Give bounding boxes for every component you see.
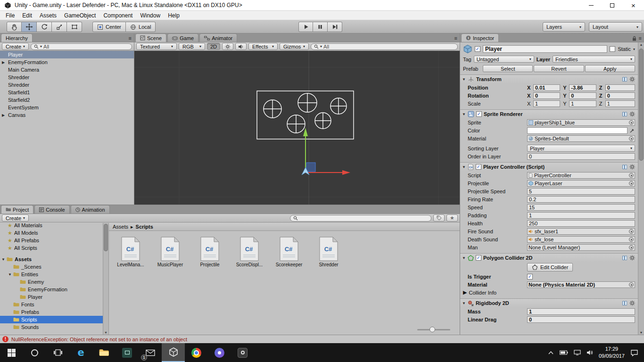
prefab-apply-button[interactable]: Apply [585,65,635,72]
hierarchy-create-button[interactable]: Create▾ [2,43,29,50]
tree-folder-scripts[interactable]: Scripts [0,316,103,323]
pivot-center-toggle[interactable]: Center [92,22,126,32]
purple-app-button[interactable] [208,343,231,362]
pause-button[interactable] [313,22,328,32]
tab-game[interactable]: Game [167,33,198,42]
sprite-renderer-header[interactable]: ▼ ✓ Sprite Renderer [460,109,638,118]
active-checkbox[interactable]: ✓ [475,46,480,52]
eyedropper-icon[interactable] [629,128,635,133]
favorite-all-materials[interactable]: ★All Materials [0,223,103,229]
favorite-all-scripts[interactable]: ★All Scripts [0,244,103,252]
edit-collider-button[interactable]: Edit Collider [527,263,573,272]
gear-icon[interactable] [629,111,635,117]
file-musicplayer[interactable]: C# MusicPlayer [156,237,184,267]
position-x-field[interactable]: 0.01 [533,84,560,91]
object-picker-icon[interactable] [629,181,634,186]
file-levelmanager[interactable]: C# LevelMana... [116,237,145,267]
gear-icon[interactable] [629,300,635,306]
gear-icon[interactable] [629,164,635,170]
taskbar-clock[interactable]: 17:29 09/09/2017 [599,346,625,360]
task-view-button[interactable] [46,343,69,362]
foldout-icon[interactable]: ▶ [2,113,5,117]
layer-dropdown[interactable]: Friendlies▾ [553,56,635,63]
scene-viewport[interactable] [134,51,460,205]
scene-lighting-toggle[interactable] [222,43,233,50]
foldout-icon[interactable]: ▼ [8,272,12,277]
file-scoredisplay[interactable]: C# ScoreDispl... [235,237,264,267]
order-in-layer-field[interactable]: 0 [527,153,635,160]
gizmos-dropdown[interactable]: Gizmos▾ [280,43,309,50]
rect-tool-button[interactable] [67,22,82,32]
object-picker-icon[interactable] [629,237,634,242]
menu-assets[interactable]: Assets [36,11,60,20]
component-enabled-checkbox[interactable]: ✓ [476,111,482,117]
object-picker-icon[interactable] [629,173,634,178]
render-channels-dropdown[interactable]: RGB▾ [179,43,205,50]
project-tree-scrollbar[interactable]: ▼ [103,223,108,335]
hand-tool-button[interactable] [7,22,22,32]
position-y-field[interactable]: -3.86 [569,84,596,91]
volume-icon[interactable] [586,350,593,355]
scroll-down-arrow-icon[interactable]: ▼ [103,331,108,334]
panel-menu-icon[interactable]: ≡ [454,35,457,41]
status-bar[interactable]: ! NullReferenceException: Object referen… [0,335,644,343]
material-object-field[interactable]: Sprites-Default [527,135,635,142]
collider-info-row[interactable]: ▶ Collider Info [460,288,638,296]
file-projectile[interactable]: C# Projectile [196,237,224,267]
thumbnail-zoom-slider[interactable] [417,329,450,330]
tree-folder-scenes[interactable]: _Scenes [0,263,103,271]
tab-console[interactable]: Console [34,205,69,214]
scrollbar-thumb[interactable] [104,224,108,251]
help-book-icon[interactable] [622,300,627,306]
man-object-field[interactable]: None (Level Manager) [527,244,635,251]
tree-assets-root[interactable]: ▼ Assets [0,255,103,263]
foldout-icon[interactable]: ▼ [462,301,466,305]
scrollbar-thumb[interactable] [639,49,644,161]
position-z-field[interactable]: 0 [605,84,635,91]
chrome-app-button[interactable] [185,343,208,362]
foldout-icon[interactable]: ▼ [462,77,466,82]
help-book-icon[interactable] [622,164,627,170]
rotate-tool-button[interactable] [37,22,52,32]
rotation-x-field[interactable]: 0 [533,92,560,99]
edge-app-button[interactable]: e [69,343,92,362]
prefab-select-button[interactable]: Select [483,65,533,72]
scroll-down-arrow-icon[interactable]: ▼ [638,331,644,334]
menu-help[interactable]: Help [164,11,183,20]
mode-2d-toggle[interactable]: 2D [207,43,220,50]
prefab-revert-button[interactable]: Revert [534,65,584,72]
gear-icon[interactable] [629,255,635,261]
battery-icon[interactable] [560,350,568,355]
tree-folder-player[interactable]: Player [0,293,103,301]
help-book-icon[interactable] [622,76,627,82]
breadcrumb-current[interactable]: Scripts [136,224,153,230]
hierarchy-item-shredder-1[interactable]: Shredder [0,74,134,81]
tab-inspector[interactable]: i Inspector [461,33,499,42]
static-checkbox[interactable] [610,46,615,52]
scene-search-input[interactable]: ▾ All [311,43,458,50]
panel-menu-icon[interactable]: ≡ [639,35,642,41]
transform-header[interactable]: ▼ Transform [460,74,638,83]
menu-component[interactable]: Component [99,11,136,20]
scale-y-field[interactable]: 1 [569,100,596,107]
projectile-speed-field[interactable]: 5 [527,188,635,195]
help-book-icon[interactable] [622,111,627,117]
hierarchy-search-input[interactable]: ▾ All [31,43,132,50]
tab-scene[interactable]: Scene [135,33,166,42]
mail-app-button[interactable]: 1 [139,343,162,362]
shading-mode-dropdown[interactable]: Textured▾ [136,43,177,50]
tag-dropdown[interactable]: Untagged▾ [474,56,534,63]
tab-animator[interactable]: Animator [199,33,237,42]
mass-field[interactable]: 1 [527,308,635,315]
object-picker-icon[interactable] [629,136,634,141]
chevron-down-icon[interactable]: ▾ [633,47,635,51]
foldout-icon[interactable]: ▼ [1,257,5,262]
store-app-button[interactable] [116,343,139,362]
help-book-icon[interactable] [622,255,627,261]
slider-knob[interactable] [429,327,435,332]
linear-drag-field[interactable]: 0 [527,316,635,323]
scale-x-field[interactable]: 1 [533,100,560,107]
space-local-toggle[interactable]: Local [126,22,156,32]
collider-material-object-field[interactable]: None (Physics Material 2D) [527,281,635,288]
object-picker-icon[interactable] [629,245,634,250]
